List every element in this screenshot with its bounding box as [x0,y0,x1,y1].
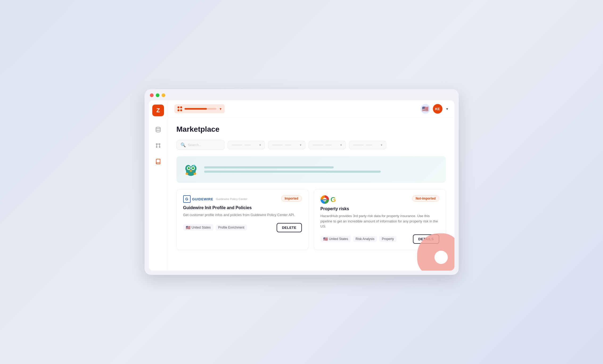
top-bar-left: ▾ [174,104,225,113]
sidebar-item-marketplace[interactable] [153,157,163,166]
guidewire-name: GUIDEWIRE [192,197,214,201]
sidebar-item-database[interactable] [153,125,163,134]
filter-line [313,145,323,145]
tag-risk-analysis: Risk Analysis [353,236,377,242]
svg-text:HH: HH [323,198,326,201]
hazardhub-logos: HH G [321,195,336,204]
svg-point-15 [188,168,189,169]
card-description: Get customer profile infos and policies … [183,212,302,218]
filter-line [325,145,332,145]
progress-bar-fill [184,108,207,110]
hazardhub-logo-icon: HH [321,195,329,204]
card-description: HazardHub provides 3rd party risk data f… [321,213,439,229]
svg-point-0 [156,127,161,129]
traffic-lights [149,93,454,97]
svg-point-2 [159,144,160,145]
imported-badge: Imported [281,195,302,202]
top-bar-right: 🇺🇸 KE ▾ [421,104,448,114]
grid-menu-button[interactable]: ▾ [174,104,225,113]
search-box[interactable]: 🔍 Search... [177,140,224,150]
svg-point-21 [194,173,196,175]
filter-bar: 🔍 Search... ▾ [177,140,446,150]
tag-label: Property [382,237,394,241]
blob-hole [434,251,448,264]
filter-line [353,145,364,145]
progress-bar [184,108,216,110]
guidewire-logo: G GUIDEWIRE Guidewire Policy Center [183,195,248,203]
not-imported-badge: Not-imported [412,195,439,202]
main-content: ▾ 🇺🇸 KE ▾ Marketplace 🔍 Search... [168,100,454,271]
filter-line [244,145,251,145]
language-flag[interactable]: 🇺🇸 [421,104,430,114]
tag-property: Property [379,236,396,242]
user-menu-arrow-icon[interactable]: ▾ [446,107,448,111]
card-guidewire: G GUIDEWIRE Guidewire Policy Center Impo… [177,189,309,250]
card-tags: 🇺🇸 United States Profile Enrichment [183,224,247,231]
dropdown-arrow-icon: ▾ [220,107,221,111]
tag-label: Profile Enrichment [218,226,244,229]
app-logo[interactable]: Z [152,105,164,116]
svg-point-3 [156,147,157,148]
owl-mascot-icon: + [183,162,199,177]
search-icon: 🔍 [181,142,186,147]
filter-dropdown-arrow-icon: ▾ [300,143,301,147]
tag-label: Risk Analysis [356,237,375,241]
user-avatar[interactable]: KE [433,104,442,114]
flag-icon: 🇺🇸 [186,225,190,230]
promo-banner: + [177,156,446,183]
filter-dropdown-1[interactable]: ▾ [228,141,265,149]
svg-point-4 [159,147,160,148]
tag-category: Profile Enrichment [216,225,247,230]
top-bar: ▾ 🇺🇸 KE ▾ [168,100,454,118]
guidewire-g-icon: G [183,195,191,203]
flag-icon: 🇺🇸 [323,237,328,241]
delete-button[interactable]: DELETE [277,223,302,232]
filter-line [272,145,283,145]
svg-point-16 [192,168,194,169]
svg-point-1 [156,144,157,145]
search-placeholder: Search... [188,143,202,147]
svg-point-20 [186,173,188,175]
banner-text [204,166,440,173]
tag-label: United States [329,237,348,241]
sidebar-item-pipelines[interactable] [153,141,163,150]
filter-dropdown-arrow-icon: ▾ [259,143,261,147]
svg-text:+: + [193,165,194,167]
tag-country: 🇺🇸 United States [183,224,214,231]
cards-grid: G GUIDEWIRE Guidewire Policy Center Impo… [177,189,446,250]
card-title: Guidewire Init Profile and Policies [183,205,302,210]
tag-label: United States [192,226,211,229]
tag-country: 🇺🇸 United States [321,236,351,242]
guidewire-subtitle: Guidewire Policy Center [216,197,247,201]
card-header: HH G Not-imported [321,195,439,204]
page-content: Marketplace 🔍 Search... ▾ [168,118,454,271]
card-title: Property risks [321,206,439,211]
filter-line [232,145,242,145]
traffic-light-yellow[interactable] [162,93,165,97]
google-logo-icon: G [331,196,336,204]
card-tags: 🇺🇸 United States Risk Analysis Property [321,236,397,242]
card-footer: 🇺🇸 United States Profile Enrichment DELE… [183,223,302,232]
filter-dropdown-3[interactable]: ▾ [309,141,346,149]
traffic-light-red[interactable] [150,93,154,97]
traffic-light-green[interactable] [156,93,159,97]
banner-line-1 [204,166,334,168]
filter-line [285,145,291,145]
filter-dropdown-4[interactable]: ▾ [349,141,386,149]
filter-line [366,145,372,145]
sidebar: Z [149,100,168,271]
page-title: Marketplace [177,125,446,134]
filter-dropdown-arrow-icon: ▾ [340,143,342,147]
grid-icon [178,106,182,111]
banner-line-2 [204,171,381,173]
filter-dropdown-arrow-icon: ▾ [381,143,382,147]
card-header: G GUIDEWIRE Guidewire Policy Center Impo… [183,195,302,203]
filter-dropdown-2[interactable]: ▾ [268,141,305,149]
